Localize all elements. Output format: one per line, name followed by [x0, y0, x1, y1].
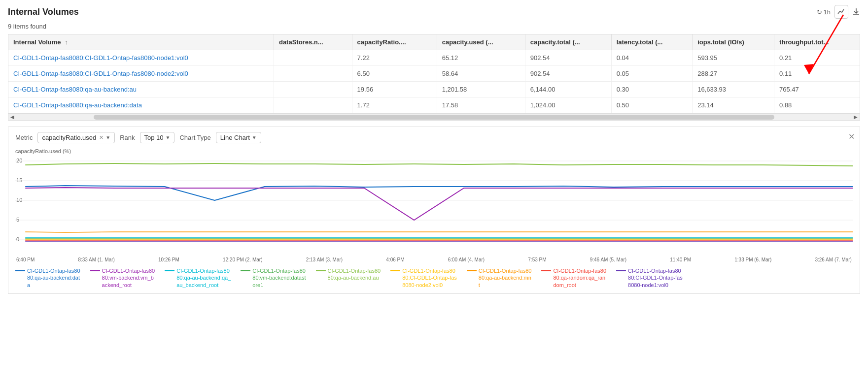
chart-toggle-button[interactable] [834, 5, 848, 19]
svg-text:20: 20 [16, 158, 22, 163]
legend-color [241, 270, 250, 271]
x-axis-label: 7:53 PM [528, 257, 546, 262]
chart-type-dropdown[interactable]: Line Chart ▼ [216, 132, 261, 143]
x-axis-label: 1:33 PM (6. Mar) [734, 257, 771, 262]
x-axis-label: 12:20 PM (2. Mar) [223, 257, 263, 262]
legend-item: CI-GDL1-Ontap-fas8080:qa-random:qa_rando… [541, 267, 606, 289]
legend-color [467, 270, 477, 271]
close-chart-button[interactable]: ✕ [848, 132, 855, 141]
cell-throughput: 0.21 [774, 50, 860, 66]
cell-capacity-used: 65.12 [437, 50, 525, 66]
x-axis-label: 10:26 PM [158, 257, 179, 262]
metric-arrow-icon: ▼ [105, 135, 110, 140]
cell-latency-total: 0.04 [611, 50, 693, 66]
x-axis-label: 8:33 AM (1. Mar) [78, 257, 114, 262]
scroll-left-button[interactable]: ◀ [8, 114, 16, 121]
rank-label: Rank [120, 134, 135, 141]
metric-clear-button[interactable]: ✕ [99, 134, 104, 141]
legend-color [390, 270, 400, 271]
download-button[interactable] [852, 7, 860, 17]
table-row: CI-GDL1-Ontap-fas8080:CI-GDL1-Ontap-fas8… [8, 50, 860, 66]
refresh-button[interactable]: ↻ 1h [817, 8, 831, 16]
volume-link[interactable]: CI-GDL1-Ontap-fas8080:CI-GDL1-Ontap-fas8… [13, 70, 188, 77]
volume-link[interactable]: CI-GDL1-Ontap-fas8080:qa-au-backend:data [13, 101, 142, 109]
cell-datastores [274, 50, 352, 66]
legend-label: CI-GDL1-Ontap-fas8080:qa-au-backend:qa_a… [176, 267, 231, 289]
horizontal-scrollbar[interactable]: ◀ ▶ [8, 113, 860, 120]
cell-latency-total: 0.50 [611, 97, 693, 113]
legend-item: CI-GDL1-Ontap-fas8080:CI-GDL1-Ontap-fas8… [616, 267, 683, 289]
volume-link[interactable]: CI-GDL1-Ontap-fas8080:CI-GDL1-Ontap-fas8… [13, 54, 188, 62]
cell-capacity-total: 902.54 [525, 66, 611, 82]
items-found: 9 items found [8, 23, 860, 30]
metric-value: capacityRatio.used [42, 134, 96, 141]
sort-icon: ↑ [65, 38, 68, 46]
volume-link[interactable]: CI-GDL1-Ontap-fas8080:qa-au-backend:au [13, 86, 137, 93]
col-capacity-ratio: capacityRatio.... [352, 34, 437, 50]
x-axis-label: 9:46 AM (5. Mar) [590, 257, 626, 262]
legend-color [90, 270, 100, 271]
legend-item: CI-GDL1-Ontap-fas8080:CI-GDL1-Ontap-fas8… [390, 267, 457, 289]
cell-name: CI-GDL1-Ontap-fas8080:qa-au-backend:au [8, 82, 274, 97]
legend-color [616, 270, 626, 271]
page-title: Internal Volumes [8, 7, 79, 17]
legend-label: CI-GDL1-Ontap-fas8080:qa-au-backend:au [328, 267, 381, 282]
cell-capacity-total: 1,024.00 [525, 97, 611, 113]
legend-label: CI-GDL1-Ontap-fas8080:qa-random:qa_rando… [553, 267, 606, 289]
legend-color [15, 270, 25, 271]
chart-type-arrow-icon: ▼ [252, 135, 257, 140]
x-axis-label: 2:13 AM (3. Mar) [306, 257, 343, 262]
cell-name: CI-GDL1-Ontap-fas8080:qa-au-backend:data [8, 97, 274, 113]
metric-dropdown[interactable]: capacityRatio.used ✕ ▼ [37, 132, 115, 143]
cell-capacity-ratio: 6.50 [352, 66, 437, 82]
legend-item: CI-GDL1-Ontap-fas8080:qa-au-backend:au [316, 267, 381, 289]
legend-item: CI-GDL1-Ontap-fas8080:vm-backend:datasto… [241, 267, 306, 289]
cell-capacity-ratio: 19.56 [352, 82, 437, 97]
internal-volumes-table: Internal Volume ↑ dataStores.n... capaci… [8, 34, 860, 113]
legend-label: CI-GDL1-Ontap-fas8080:qa-au-backend:mnt [479, 267, 532, 289]
scrollbar-track[interactable] [94, 115, 775, 120]
rank-value: Top 10 [144, 134, 164, 141]
legend-label: CI-GDL1-Ontap-fas8080:vm-backend:datasto… [252, 267, 306, 289]
legend-color [541, 270, 551, 271]
cell-capacity-ratio: 7.22 [352, 50, 437, 66]
table-row: CI-GDL1-Ontap-fas8080:qa-au-backend:data… [8, 97, 860, 113]
line-chart-svg: 20 15 10 5 0 [15, 156, 853, 255]
x-axis-label: 3:26 AM (7. Mar) [815, 257, 851, 262]
download-icon [852, 7, 860, 15]
table-header-row: Internal Volume ↑ dataStores.n... capaci… [8, 34, 860, 50]
col-iops-total: iops.total (IO/s) [693, 34, 774, 50]
page-container: Internal Volumes ↻ 1h 9 items found [0, 0, 868, 385]
svg-text:10: 10 [16, 197, 22, 203]
refresh-label: 1h [824, 8, 831, 16]
page-header: Internal Volumes ↻ 1h [8, 5, 860, 19]
cell-datastores [274, 66, 352, 82]
cell-capacity-total: 6,144.00 [525, 82, 611, 97]
cell-name: CI-GDL1-Ontap-fas8080:CI-GDL1-Ontap-fas8… [8, 50, 274, 66]
rank-dropdown[interactable]: Top 10 ▼ [140, 132, 175, 143]
table-body: CI-GDL1-Ontap-fas8080:CI-GDL1-Ontap-fas8… [8, 50, 860, 113]
cell-throughput: 0.11 [774, 66, 860, 82]
x-axis-label: 4:06 PM [386, 257, 404, 262]
cell-capacity-used: 58.64 [437, 66, 525, 82]
cell-capacity-total: 902.54 [525, 50, 611, 66]
chart-y-label: capacityRatio.used (%) [15, 148, 853, 154]
col-latency-total: latency.total (... [611, 34, 693, 50]
x-axis-label: 6:40 PM [16, 257, 35, 262]
legend-label: CI-GDL1-Ontap-fas8080:CI-GDL1-Ontap-fas8… [402, 267, 457, 289]
legend-color [316, 270, 326, 271]
svg-text:0: 0 [16, 236, 19, 242]
refresh-icon: ↻ [817, 8, 822, 16]
legend-item: CI-GDL1-Ontap-fas8080:qa-au-backend:qa_a… [165, 267, 231, 289]
legend-label: CI-GDL1-Ontap-fas8080:CI-GDL1-Ontap-fas8… [628, 267, 683, 289]
legend-label: CI-GDL1-Ontap-fas8080:qa-au-backend:data [27, 267, 80, 289]
cell-capacity-used: 17.58 [437, 97, 525, 113]
data-table-wrapper: Internal Volume ↑ dataStores.n... capaci… [8, 34, 860, 121]
scroll-right-button[interactable]: ▶ [852, 114, 860, 121]
col-capacity-total: capacity.total (... [525, 34, 611, 50]
x-axis-label: 6:00 AM (4. Mar) [448, 257, 485, 262]
cell-iops-total: 288.27 [693, 66, 774, 82]
legend-label: CI-GDL1-Ontap-fas8080:vm-backend:vm_back… [102, 267, 155, 289]
svg-text:15: 15 [16, 177, 22, 183]
x-axis-label: 11:40 PM [670, 257, 691, 262]
